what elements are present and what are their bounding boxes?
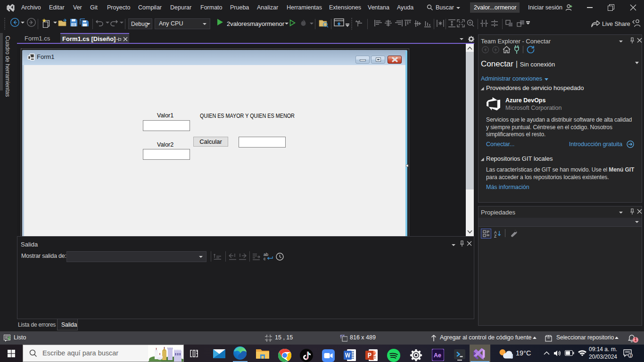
svg-text:Ae: Ae	[434, 352, 441, 359]
svg-text:c: c	[264, 256, 266, 261]
svg-text:2: 2	[629, 353, 632, 358]
svg-text:Z: Z	[494, 234, 496, 238]
